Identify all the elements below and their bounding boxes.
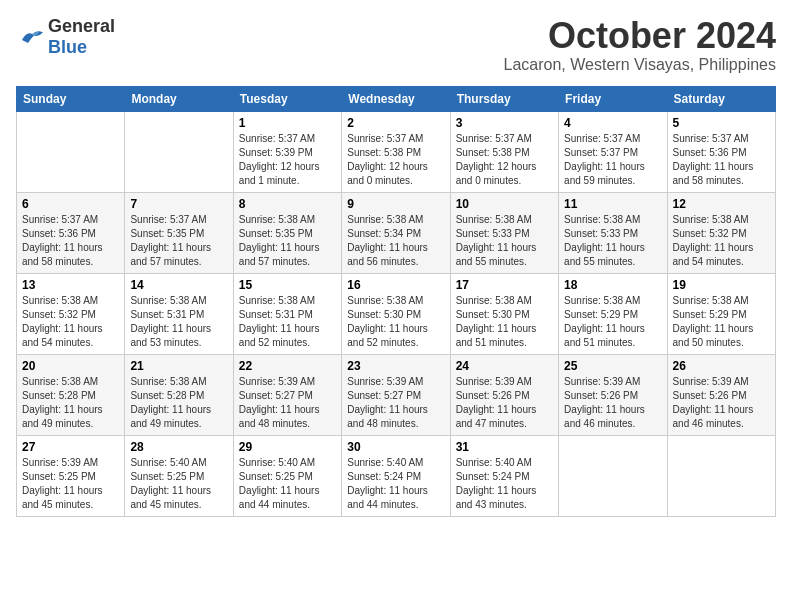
calendar-cell: 9Sunrise: 5:38 AM Sunset: 5:34 PM Daylig… [342,192,450,273]
cell-info: Sunrise: 5:40 AM Sunset: 5:24 PM Dayligh… [347,456,444,512]
logo-blue: Blue [48,37,87,57]
calendar-cell [559,435,667,516]
cell-info: Sunrise: 5:38 AM Sunset: 5:29 PM Dayligh… [673,294,770,350]
cell-info: Sunrise: 5:39 AM Sunset: 5:26 PM Dayligh… [564,375,661,431]
cell-info: Sunrise: 5:38 AM Sunset: 5:32 PM Dayligh… [673,213,770,269]
logo-bird-icon [16,25,46,49]
cell-info: Sunrise: 5:39 AM Sunset: 5:26 PM Dayligh… [673,375,770,431]
day-number: 12 [673,197,770,211]
day-number: 10 [456,197,553,211]
cell-info: Sunrise: 5:39 AM Sunset: 5:27 PM Dayligh… [239,375,336,431]
cell-info: Sunrise: 5:38 AM Sunset: 5:33 PM Dayligh… [456,213,553,269]
cell-info: Sunrise: 5:37 AM Sunset: 5:38 PM Dayligh… [347,132,444,188]
calendar-cell: 12Sunrise: 5:38 AM Sunset: 5:32 PM Dayli… [667,192,775,273]
header: General Blue October 2024 Lacaron, Weste… [16,16,776,74]
day-number: 16 [347,278,444,292]
cell-info: Sunrise: 5:38 AM Sunset: 5:30 PM Dayligh… [456,294,553,350]
calendar-cell: 7Sunrise: 5:37 AM Sunset: 5:35 PM Daylig… [125,192,233,273]
day-number: 5 [673,116,770,130]
day-number: 17 [456,278,553,292]
cell-info: Sunrise: 5:38 AM Sunset: 5:33 PM Dayligh… [564,213,661,269]
title-area: October 2024 Lacaron, Western Visayas, P… [504,16,776,74]
calendar-cell [17,111,125,192]
calendar-cell [667,435,775,516]
day-number: 24 [456,359,553,373]
day-number: 14 [130,278,227,292]
cell-info: Sunrise: 5:37 AM Sunset: 5:36 PM Dayligh… [673,132,770,188]
day-number: 2 [347,116,444,130]
day-number: 21 [130,359,227,373]
calendar-cell: 28Sunrise: 5:40 AM Sunset: 5:25 PM Dayli… [125,435,233,516]
calendar-cell: 23Sunrise: 5:39 AM Sunset: 5:27 PM Dayli… [342,354,450,435]
calendar-cell: 19Sunrise: 5:38 AM Sunset: 5:29 PM Dayli… [667,273,775,354]
day-number: 26 [673,359,770,373]
cell-info: Sunrise: 5:38 AM Sunset: 5:35 PM Dayligh… [239,213,336,269]
calendar-week-row: 1Sunrise: 5:37 AM Sunset: 5:39 PM Daylig… [17,111,776,192]
calendar-cell: 17Sunrise: 5:38 AM Sunset: 5:30 PM Dayli… [450,273,558,354]
day-number: 28 [130,440,227,454]
logo-general: General [48,16,115,37]
cell-info: Sunrise: 5:37 AM Sunset: 5:37 PM Dayligh… [564,132,661,188]
calendar-cell: 22Sunrise: 5:39 AM Sunset: 5:27 PM Dayli… [233,354,341,435]
calendar-cell: 18Sunrise: 5:38 AM Sunset: 5:29 PM Dayli… [559,273,667,354]
calendar-cell [125,111,233,192]
day-number: 1 [239,116,336,130]
calendar-cell: 4Sunrise: 5:37 AM Sunset: 5:37 PM Daylig… [559,111,667,192]
day-number: 23 [347,359,444,373]
calendar-week-row: 27Sunrise: 5:39 AM Sunset: 5:25 PM Dayli… [17,435,776,516]
calendar-cell: 25Sunrise: 5:39 AM Sunset: 5:26 PM Dayli… [559,354,667,435]
calendar-cell: 5Sunrise: 5:37 AM Sunset: 5:36 PM Daylig… [667,111,775,192]
day-number: 19 [673,278,770,292]
calendar-cell: 8Sunrise: 5:38 AM Sunset: 5:35 PM Daylig… [233,192,341,273]
calendar-cell: 10Sunrise: 5:38 AM Sunset: 5:33 PM Dayli… [450,192,558,273]
calendar-cell: 6Sunrise: 5:37 AM Sunset: 5:36 PM Daylig… [17,192,125,273]
cell-info: Sunrise: 5:38 AM Sunset: 5:31 PM Dayligh… [130,294,227,350]
cell-info: Sunrise: 5:39 AM Sunset: 5:26 PM Dayligh… [456,375,553,431]
day-number: 15 [239,278,336,292]
month-title: October 2024 [504,16,776,56]
cell-info: Sunrise: 5:40 AM Sunset: 5:25 PM Dayligh… [239,456,336,512]
calendar-cell: 15Sunrise: 5:38 AM Sunset: 5:31 PM Dayli… [233,273,341,354]
calendar-table: SundayMondayTuesdayWednesdayThursdayFrid… [16,86,776,517]
calendar-cell: 1Sunrise: 5:37 AM Sunset: 5:39 PM Daylig… [233,111,341,192]
day-number: 6 [22,197,119,211]
calendar-week-row: 13Sunrise: 5:38 AM Sunset: 5:32 PM Dayli… [17,273,776,354]
header-tuesday: Tuesday [233,86,341,111]
calendar-cell: 3Sunrise: 5:37 AM Sunset: 5:38 PM Daylig… [450,111,558,192]
header-saturday: Saturday [667,86,775,111]
location-title: Lacaron, Western Visayas, Philippines [504,56,776,74]
day-number: 18 [564,278,661,292]
cell-info: Sunrise: 5:40 AM Sunset: 5:24 PM Dayligh… [456,456,553,512]
cell-info: Sunrise: 5:38 AM Sunset: 5:30 PM Dayligh… [347,294,444,350]
day-number: 22 [239,359,336,373]
cell-info: Sunrise: 5:39 AM Sunset: 5:27 PM Dayligh… [347,375,444,431]
header-monday: Monday [125,86,233,111]
cell-info: Sunrise: 5:37 AM Sunset: 5:39 PM Dayligh… [239,132,336,188]
day-number: 4 [564,116,661,130]
header-friday: Friday [559,86,667,111]
header-wednesday: Wednesday [342,86,450,111]
day-number: 31 [456,440,553,454]
calendar-cell: 27Sunrise: 5:39 AM Sunset: 5:25 PM Dayli… [17,435,125,516]
day-number: 29 [239,440,336,454]
day-number: 11 [564,197,661,211]
calendar-cell: 13Sunrise: 5:38 AM Sunset: 5:32 PM Dayli… [17,273,125,354]
cell-info: Sunrise: 5:37 AM Sunset: 5:36 PM Dayligh… [22,213,119,269]
day-number: 8 [239,197,336,211]
cell-info: Sunrise: 5:39 AM Sunset: 5:25 PM Dayligh… [22,456,119,512]
day-number: 30 [347,440,444,454]
calendar-cell: 14Sunrise: 5:38 AM Sunset: 5:31 PM Dayli… [125,273,233,354]
calendar-cell: 30Sunrise: 5:40 AM Sunset: 5:24 PM Dayli… [342,435,450,516]
day-number: 20 [22,359,119,373]
cell-info: Sunrise: 5:38 AM Sunset: 5:29 PM Dayligh… [564,294,661,350]
calendar-cell: 24Sunrise: 5:39 AM Sunset: 5:26 PM Dayli… [450,354,558,435]
calendar-cell: 29Sunrise: 5:40 AM Sunset: 5:25 PM Dayli… [233,435,341,516]
calendar-cell: 20Sunrise: 5:38 AM Sunset: 5:28 PM Dayli… [17,354,125,435]
calendar-cell: 26Sunrise: 5:39 AM Sunset: 5:26 PM Dayli… [667,354,775,435]
calendar-header-row: SundayMondayTuesdayWednesdayThursdayFrid… [17,86,776,111]
cell-info: Sunrise: 5:37 AM Sunset: 5:35 PM Dayligh… [130,213,227,269]
cell-info: Sunrise: 5:38 AM Sunset: 5:31 PM Dayligh… [239,294,336,350]
logo: General Blue [16,16,115,58]
calendar-cell: 2Sunrise: 5:37 AM Sunset: 5:38 PM Daylig… [342,111,450,192]
day-number: 9 [347,197,444,211]
